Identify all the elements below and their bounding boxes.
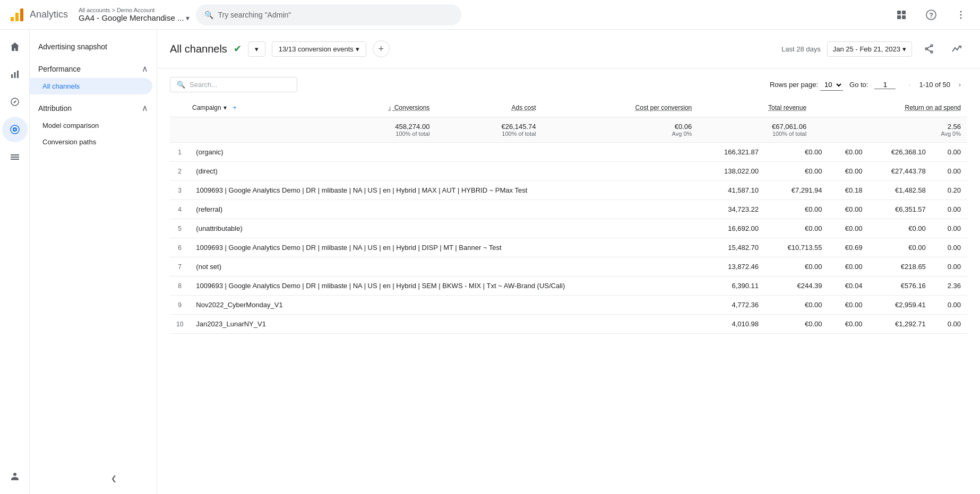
row-ads-cost: €244.39 xyxy=(765,276,828,296)
row-campaign: 1009693 | Google Analytics Demo | DR | m… xyxy=(190,181,701,200)
sidebar-explore-icon[interactable] xyxy=(2,89,28,115)
svg-line-25 xyxy=(926,46,932,49)
next-page-btn[interactable]: › xyxy=(952,77,967,92)
row-campaign: (direct) xyxy=(190,162,701,181)
sidebar-reports-icon[interactable] xyxy=(2,62,28,87)
nav-performance-header[interactable]: Performance ∧ xyxy=(30,59,157,78)
pagination-controls: Rows per page: 10 25 50 Go to: ‹ 1-10 of… xyxy=(770,77,967,92)
nav-model-comparison[interactable]: Model comparison xyxy=(30,117,157,134)
prev-page-btn[interactable]: ‹ xyxy=(902,77,917,92)
account-breadcrumb: All accounts > Demo Account xyxy=(79,7,190,13)
sidebar-home-icon[interactable] xyxy=(2,34,28,59)
topbar: Analytics All accounts > Demo Account GA… xyxy=(0,0,980,30)
trend-icon xyxy=(951,44,962,54)
summary-campaign xyxy=(186,117,314,143)
rows-per-page-select[interactable]: 10 25 50 xyxy=(820,79,843,91)
row-total-revenue: €2,959.41 xyxy=(869,296,932,315)
search-bar[interactable]: 🔍 Try searching "Admin" xyxy=(196,4,461,25)
row-cost-per-conv: €0.00 xyxy=(829,257,869,276)
row-ads-cost: €7,291.94 xyxy=(765,181,828,200)
svg-rect-14 xyxy=(17,71,19,78)
sidebar-admin-icon[interactable] xyxy=(2,464,28,490)
table-row: 4 (referral) 34,723.22 €0.00 €0.00 €6,35… xyxy=(170,200,967,219)
sidebar xyxy=(0,30,30,494)
sidebar-configure-icon[interactable] xyxy=(2,144,28,170)
row-total-revenue: €1,292.71 xyxy=(869,315,932,334)
row-total-revenue: €27,443.78 xyxy=(869,162,932,181)
attribution-collapse-icon: ∧ xyxy=(142,103,148,113)
row-roas: 0.00 xyxy=(932,162,967,181)
nav-advertising-snapshot[interactable]: Advertising snapshot xyxy=(30,38,157,55)
goto-input[interactable] xyxy=(874,81,896,89)
row-num: 2 xyxy=(170,162,190,181)
svg-point-10 xyxy=(960,14,962,15)
share-icon-btn[interactable] xyxy=(918,38,940,59)
th-campaign[interactable]: Campaign ▾ + xyxy=(186,99,314,117)
svg-rect-20 xyxy=(11,157,19,158)
row-roas: 2.36 xyxy=(932,276,967,296)
row-num: 6 xyxy=(170,238,190,257)
row-conversions: 16,692.00 xyxy=(702,219,765,238)
campaign-add-icon[interactable]: + xyxy=(233,104,237,111)
row-conversions: 166,321.87 xyxy=(702,143,765,162)
search-placeholder: Try searching "Admin" xyxy=(218,11,291,19)
trend-icon-btn[interactable] xyxy=(946,38,967,59)
header-right: Last 28 days Jan 25 - Feb 21, 2023 ▾ xyxy=(781,38,967,59)
row-num: 3 xyxy=(170,181,190,200)
campaign-filter-icon: ▾ xyxy=(223,104,227,111)
row-cost-per-conv: €0.00 xyxy=(829,162,869,181)
rows-per-page-label: Rows per page: xyxy=(770,81,818,89)
th-cost-per-conversion[interactable]: Cost per conversion xyxy=(543,99,699,117)
content-header: All channels ✔ ▾ 13/13 conversion events… xyxy=(157,30,980,68)
sidebar-advertising-icon[interactable] xyxy=(2,117,28,142)
row-campaign: Nov2022_CyberMonday_V1 xyxy=(190,296,701,315)
conversion-events-btn[interactable]: 13/13 conversion events ▾ xyxy=(272,41,366,57)
row-num: 9 xyxy=(170,296,190,315)
row-total-revenue: €1,482.58 xyxy=(869,181,932,200)
main-content: All channels ✔ ▾ 13/13 conversion events… xyxy=(157,30,980,494)
summary-conversions: 458,274.00 100% of total xyxy=(314,117,436,143)
topbar-actions: ? xyxy=(891,4,972,25)
svg-point-9 xyxy=(960,11,962,12)
svg-rect-0 xyxy=(11,17,14,21)
table-search-input[interactable]: 🔍 Search... xyxy=(170,77,297,92)
nav-conversion-paths[interactable]: Conversion paths xyxy=(30,134,157,150)
goto-label: Go to: xyxy=(849,81,868,89)
add-filter-btn[interactable]: + xyxy=(373,40,390,57)
channel-title: All channels xyxy=(170,43,227,55)
th-total-revenue[interactable]: Total revenue xyxy=(698,99,813,117)
th-conversions[interactable]: ↓ Conversions xyxy=(314,99,436,117)
row-campaign: (referral) xyxy=(190,200,701,219)
summary-row: 458,274.00 100% of total €26,145.74 100%… xyxy=(170,117,967,143)
row-campaign: (not set) xyxy=(190,257,701,276)
row-num: 5 xyxy=(170,219,190,238)
row-ads-cost: €0.00 xyxy=(765,219,828,238)
analytics-logo-icon xyxy=(8,6,25,23)
row-ads-cost: €0.00 xyxy=(765,296,828,315)
th-ads-cost[interactable]: Ads cost xyxy=(436,99,542,117)
svg-rect-6 xyxy=(902,15,906,19)
svg-rect-3 xyxy=(897,11,901,14)
share-icon xyxy=(924,44,934,54)
summary-num xyxy=(170,117,186,143)
row-campaign: 1009693 | Google Analytics Demo | DR | m… xyxy=(190,238,701,257)
help-icon-btn[interactable]: ? xyxy=(921,4,942,25)
nav-all-channels[interactable]: All channels xyxy=(30,78,152,94)
row-roas: 0.00 xyxy=(932,296,967,315)
sidebar-bottom xyxy=(2,464,28,490)
grid-icon-btn[interactable] xyxy=(891,4,912,25)
help-icon: ? xyxy=(926,10,936,20)
svg-rect-19 xyxy=(11,154,19,155)
row-campaign: (organic) xyxy=(190,143,701,162)
channel-dropdown-btn[interactable]: ▾ xyxy=(248,41,265,57)
table-row: 3 1009693 | Google Analytics Demo | DR |… xyxy=(170,181,967,200)
more-icon-btn[interactable] xyxy=(950,4,972,25)
collapse-nav-btn[interactable]: ❮ xyxy=(106,471,121,486)
date-range-selector[interactable]: Jan 25 - Feb 21, 2023 ▾ xyxy=(827,41,912,57)
row-total-revenue: €0.00 xyxy=(869,238,932,257)
account-name[interactable]: GA4 - Google Merchandise ... ▾ xyxy=(79,13,190,22)
account-dropdown-icon[interactable]: ▾ xyxy=(186,14,190,22)
row-roas: 0.00 xyxy=(932,257,967,276)
th-roas[interactable]: Return on ad spend xyxy=(813,99,967,117)
nav-attribution-header[interactable]: Attribution ∧ xyxy=(30,99,157,117)
